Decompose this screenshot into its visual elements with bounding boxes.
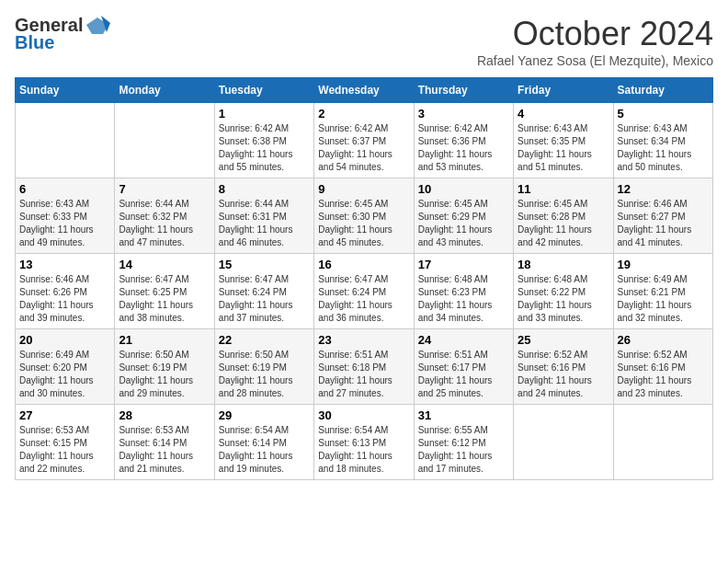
day-info: Sunrise: 6:54 AMSunset: 6:13 PMDaylight:… [318,424,409,476]
calendar-cell [16,103,115,178]
calendar-cell: 14Sunrise: 6:47 AMSunset: 6:25 PMDayligh… [115,254,214,329]
day-info: Sunrise: 6:53 AMSunset: 6:14 PMDaylight:… [119,424,210,476]
calendar-cell: 17Sunrise: 6:48 AMSunset: 6:23 PMDayligh… [414,254,513,329]
day-number: 21 [119,333,210,347]
day-info: Sunrise: 6:49 AMSunset: 6:21 PMDaylight:… [618,273,709,325]
calendar-cell: 28Sunrise: 6:53 AMSunset: 6:14 PMDayligh… [115,405,214,480]
logo-blue-text: Blue [15,32,54,53]
day-number: 8 [219,182,310,196]
day-number: 16 [318,258,409,271]
logo-icon [85,16,110,36]
day-number: 9 [318,182,409,196]
day-number: 28 [119,408,210,422]
day-number: 27 [19,408,110,422]
day-info: Sunrise: 6:48 AMSunset: 6:22 PMDaylight:… [518,273,609,325]
calendar-cell: 1Sunrise: 6:42 AMSunset: 6:38 PMDaylight… [214,103,313,178]
day-info: Sunrise: 6:44 AMSunset: 6:32 PMDaylight:… [119,198,210,249]
calendar-cell: 27Sunrise: 6:53 AMSunset: 6:15 PMDayligh… [16,405,115,480]
calendar-cell [514,405,613,480]
weekday-header: Saturday [613,78,712,103]
calendar-cell: 5Sunrise: 6:43 AMSunset: 6:34 PMDaylight… [613,103,712,178]
calendar-cell: 11Sunrise: 6:45 AMSunset: 6:28 PMDayligh… [514,178,613,254]
day-number: 24 [418,333,509,347]
day-info: Sunrise: 6:53 AMSunset: 6:15 PMDaylight:… [19,424,110,476]
day-number: 5 [618,107,709,121]
calendar-cell: 25Sunrise: 6:52 AMSunset: 6:16 PMDayligh… [514,329,613,405]
calendar-cell: 9Sunrise: 6:45 AMSunset: 6:30 PMDaylight… [314,178,414,254]
page-header: General Blue October 2024 Rafael Yanez S… [15,15,713,68]
weekday-header: Tuesday [214,78,313,103]
weekday-header: Monday [115,78,214,103]
day-number: 15 [219,258,310,271]
calendar-cell: 10Sunrise: 6:45 AMSunset: 6:29 PMDayligh… [414,178,513,254]
day-number: 14 [119,258,210,271]
calendar-cell: 24Sunrise: 6:51 AMSunset: 6:17 PMDayligh… [414,329,513,405]
day-number: 1 [219,107,310,121]
calendar-cell: 30Sunrise: 6:54 AMSunset: 6:13 PMDayligh… [314,405,414,480]
weekday-header: Sunday [16,78,115,103]
calendar-cell: 29Sunrise: 6:54 AMSunset: 6:14 PMDayligh… [214,405,313,480]
calendar-header-row: SundayMondayTuesdayWednesdayThursdayFrid… [16,78,713,103]
day-info: Sunrise: 6:43 AMSunset: 6:35 PMDaylight:… [518,122,609,174]
logo: General Blue [15,15,110,53]
day-info: Sunrise: 6:50 AMSunset: 6:19 PMDaylight:… [219,349,310,400]
month-title: October 2024 [477,15,713,53]
calendar-cell: 19Sunrise: 6:49 AMSunset: 6:21 PMDayligh… [613,254,712,329]
calendar-cell: 2Sunrise: 6:42 AMSunset: 6:37 PMDaylight… [314,103,414,178]
day-number: 3 [418,107,509,121]
calendar-week-row: 6Sunrise: 6:43 AMSunset: 6:33 PMDaylight… [16,178,713,254]
calendar-cell: 4Sunrise: 6:43 AMSunset: 6:35 PMDaylight… [514,103,613,178]
day-number: 23 [318,333,409,347]
calendar-cell: 3Sunrise: 6:42 AMSunset: 6:36 PMDaylight… [414,103,513,178]
day-info: Sunrise: 6:46 AMSunset: 6:27 PMDaylight:… [618,198,709,249]
day-number: 7 [119,182,210,196]
day-info: Sunrise: 6:49 AMSunset: 6:20 PMDaylight:… [19,349,110,400]
day-number: 18 [518,258,609,271]
day-number: 11 [518,182,609,196]
day-info: Sunrise: 6:47 AMSunset: 6:25 PMDaylight:… [119,273,210,325]
calendar-week-row: 1Sunrise: 6:42 AMSunset: 6:38 PMDaylight… [16,103,713,178]
day-info: Sunrise: 6:47 AMSunset: 6:24 PMDaylight:… [318,273,409,325]
calendar-cell: 7Sunrise: 6:44 AMSunset: 6:32 PMDaylight… [115,178,214,254]
day-info: Sunrise: 6:55 AMSunset: 6:12 PMDaylight:… [418,424,509,476]
day-number: 4 [518,107,609,121]
calendar-cell: 23Sunrise: 6:51 AMSunset: 6:18 PMDayligh… [314,329,414,405]
day-info: Sunrise: 6:42 AMSunset: 6:37 PMDaylight:… [318,122,409,174]
day-info: Sunrise: 6:43 AMSunset: 6:33 PMDaylight:… [19,198,110,249]
day-number: 12 [618,182,709,196]
day-info: Sunrise: 6:48 AMSunset: 6:23 PMDaylight:… [418,273,509,325]
day-info: Sunrise: 6:50 AMSunset: 6:19 PMDaylight:… [119,349,210,400]
day-number: 26 [618,333,709,347]
calendar-cell [115,103,214,178]
day-number: 22 [219,333,310,347]
location-subtitle: Rafael Yanez Sosa (El Mezquite), Mexico [477,53,713,68]
calendar-cell [613,405,712,480]
weekday-header: Wednesday [314,78,414,103]
day-info: Sunrise: 6:46 AMSunset: 6:26 PMDaylight:… [19,273,110,325]
day-number: 25 [518,333,609,347]
calendar-table: SundayMondayTuesdayWednesdayThursdayFrid… [15,77,713,480]
day-number: 13 [19,258,110,271]
day-info: Sunrise: 6:45 AMSunset: 6:28 PMDaylight:… [518,198,609,249]
weekday-header: Thursday [414,78,513,103]
calendar-cell: 18Sunrise: 6:48 AMSunset: 6:22 PMDayligh… [514,254,613,329]
day-number: 17 [418,258,509,271]
day-number: 2 [318,107,409,121]
day-number: 30 [318,408,409,422]
day-info: Sunrise: 6:43 AMSunset: 6:34 PMDaylight:… [618,122,709,174]
calendar-cell: 31Sunrise: 6:55 AMSunset: 6:12 PMDayligh… [414,405,513,480]
day-info: Sunrise: 6:51 AMSunset: 6:18 PMDaylight:… [318,349,409,400]
calendar-week-row: 13Sunrise: 6:46 AMSunset: 6:26 PMDayligh… [16,254,713,329]
calendar-cell: 26Sunrise: 6:52 AMSunset: 6:16 PMDayligh… [613,329,712,405]
day-info: Sunrise: 6:42 AMSunset: 6:38 PMDaylight:… [219,122,310,174]
day-info: Sunrise: 6:42 AMSunset: 6:36 PMDaylight:… [418,122,509,174]
calendar-cell: 15Sunrise: 6:47 AMSunset: 6:24 PMDayligh… [214,254,313,329]
calendar-cell: 13Sunrise: 6:46 AMSunset: 6:26 PMDayligh… [16,254,115,329]
day-number: 6 [19,182,110,196]
day-info: Sunrise: 6:45 AMSunset: 6:29 PMDaylight:… [418,198,509,249]
day-info: Sunrise: 6:54 AMSunset: 6:14 PMDaylight:… [219,424,310,476]
calendar-cell: 12Sunrise: 6:46 AMSunset: 6:27 PMDayligh… [613,178,712,254]
day-number: 19 [618,258,709,271]
title-section: October 2024 Rafael Yanez Sosa (El Mezqu… [477,15,713,68]
calendar-cell: 16Sunrise: 6:47 AMSunset: 6:24 PMDayligh… [314,254,414,329]
